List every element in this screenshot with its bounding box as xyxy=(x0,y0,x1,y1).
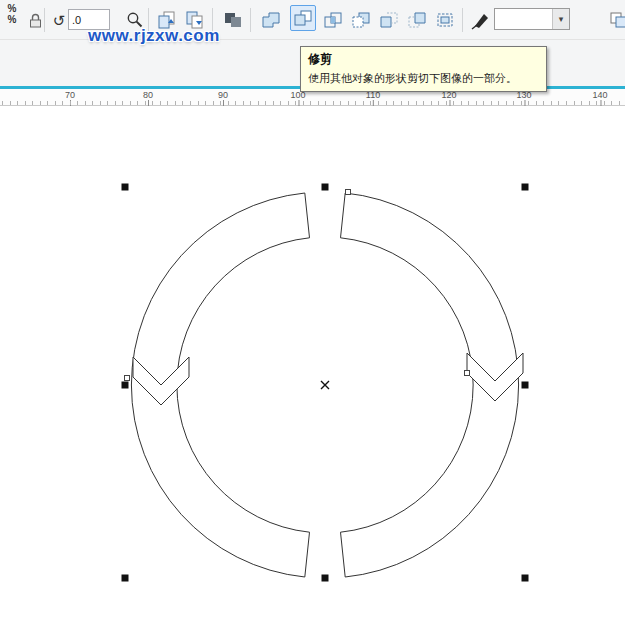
ruler-tick-label: 80 xyxy=(143,90,153,100)
app-window: % % ↺ xyxy=(0,0,625,619)
intersect-button[interactable] xyxy=(320,7,346,33)
pen-nib-icon xyxy=(471,10,491,30)
front-minus-back-button[interactable] xyxy=(376,7,402,33)
selection-handle-top-left[interactable] xyxy=(122,184,129,191)
selection-handle-bottom-right[interactable] xyxy=(522,575,529,582)
separator xyxy=(44,8,45,32)
back-minus-front-button[interactable] xyxy=(404,7,430,33)
selection-handle-middle-right[interactable] xyxy=(522,382,529,389)
selection-handle-bottom-left[interactable] xyxy=(122,575,129,582)
curve-node[interactable] xyxy=(346,190,351,195)
curve-node[interactable] xyxy=(125,376,130,381)
tooltip-title: 修剪 xyxy=(308,51,539,68)
undo-rotate-icon: ↺ xyxy=(53,13,66,28)
watermark: www.rjzxw.com xyxy=(88,26,220,46)
tooltip-description: 使用其他对象的形状剪切下图像的一部分。 xyxy=(308,71,539,86)
more-options-button[interactable] xyxy=(606,7,625,33)
percent-top: % xyxy=(3,3,21,14)
separator xyxy=(250,8,251,32)
drawing-canvas[interactable] xyxy=(0,106,625,619)
selection-handle-middle-left[interactable] xyxy=(122,382,129,389)
create-boundary-button[interactable] xyxy=(432,7,458,33)
percent-bottom: % xyxy=(3,14,21,25)
outline-width-select[interactable]: ▾ xyxy=(494,8,570,30)
trim-icon xyxy=(293,8,313,28)
lock-icon xyxy=(28,12,43,29)
trim-tooltip: 修剪 使用其他对象的形状剪切下图像的一部分。 xyxy=(300,46,547,92)
combine-button[interactable] xyxy=(220,7,246,33)
intersect-icon xyxy=(323,10,343,30)
outline-width-value xyxy=(495,9,552,29)
ruler-tick-label: 140 xyxy=(592,90,607,100)
boundary-icon xyxy=(435,10,455,30)
selection-handle-top-right[interactable] xyxy=(522,184,529,191)
separator xyxy=(462,8,463,32)
combine-icon xyxy=(223,10,243,30)
artwork xyxy=(0,106,625,619)
overlap-squares-icon xyxy=(609,10,625,30)
selection-handle-top-center[interactable] xyxy=(322,184,329,191)
outline-pen-button[interactable] xyxy=(468,7,494,33)
trim-button[interactable] xyxy=(290,5,316,31)
weld-icon xyxy=(261,10,281,30)
front-minus-back-icon xyxy=(379,10,399,30)
ruler-tick-label: 70 xyxy=(65,90,75,100)
ruler-minor-ticks xyxy=(2,101,623,105)
simplify-button[interactable] xyxy=(348,7,374,33)
weld-button[interactable] xyxy=(258,7,284,33)
simplify-icon xyxy=(351,10,371,30)
scale-percent-icon[interactable]: % % xyxy=(3,3,21,25)
center-marker-x[interactable] xyxy=(321,381,329,389)
ruler-tick-label: 90 xyxy=(218,90,228,100)
curve-node[interactable] xyxy=(465,371,470,376)
selection-handle-bottom-center[interactable] xyxy=(322,575,329,582)
chevron-down-icon[interactable]: ▾ xyxy=(552,9,569,29)
back-minus-front-icon xyxy=(407,10,427,30)
